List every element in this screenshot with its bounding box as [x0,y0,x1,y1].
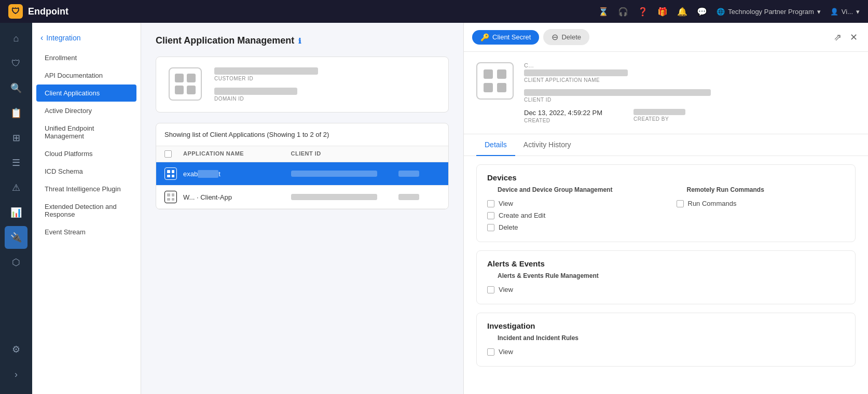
topbar: 🛡 Endpoint ⌛ 🎧 ❓ 🎁 🔔 💬 🌐 Technology Part… [0,0,868,23]
devices-section: Devices Device and Device Group Manageme… [476,164,856,242]
gift-icon[interactable]: 🎁 [657,7,668,17]
checkbox-create-edit-devices[interactable] [487,212,494,219]
client-apps-table: Showing list of Client Applications (Sho… [156,123,449,209]
col-actions [398,150,440,158]
perm-create-edit-devices: Create and Edit [487,209,656,221]
help-icon[interactable]: ❓ [638,7,648,17]
sidebar-item-chart[interactable]: 📊 [5,201,27,224]
app-logo: 🛡 [8,4,23,19]
panel-icon-cell-3 [484,83,493,92]
icon-cell-1 [175,74,184,82]
globe-icon: 🌐 [717,8,725,16]
nav-item-cloud-platforms[interactable]: Cloud Platforms [36,145,136,162]
table-row[interactable]: exabt [156,162,448,186]
panel-app-header: C... CLIENT APPLICATION NAME CLIENT ID D… [464,52,868,134]
client-secret-button[interactable]: 🔑 Client Secret [472,30,539,45]
device-mgmt-perms: Device and Device Group Management View … [477,186,666,242]
chevron-down-icon: ▾ [856,8,860,16]
delete-button[interactable]: ⊖ Delete [543,29,589,45]
sidebar-item-grid[interactable]: ⊞ [5,126,27,149]
sidebar-item-list[interactable]: ☰ [5,151,27,174]
page-title: Client Application Management ℹ [156,35,449,46]
nav-item-client-apps[interactable]: Client Applications [36,85,136,102]
info-icon[interactable]: ℹ [298,37,301,45]
device-mgmt-title: Device and Device Group Management [487,186,656,193]
sidebar-item-collapse[interactable]: › [5,363,27,386]
domain-id-blur [214,88,297,95]
checkbox-view-alerts[interactable] [487,286,494,293]
sidebar-item-settings[interactable]: ⚙ [5,338,27,361]
row-client-id [291,194,399,200]
tab-activity-history[interactable]: Activity History [515,134,580,156]
checkbox-view-investigation[interactable] [487,348,494,356]
sidebar-item-shield[interactable]: 🛡 [5,52,27,75]
sidebar-bottom: ⚙ › [5,338,27,394]
investigation-section: Investigation Incident and Incident Rule… [476,313,856,367]
nav-back[interactable]: ‹ Integration [32,29,141,49]
investigation-mgmt-title: Incident and Incident Rules [487,334,845,342]
checkbox-delete-devices[interactable] [487,224,494,231]
tab-details[interactable]: Details [476,134,515,156]
hourglass-icon[interactable]: ⌛ [598,7,609,17]
table-row[interactable]: W... · Client-App [156,186,448,209]
panel-icon-cell-4 [497,83,506,92]
nav-item-enrollment[interactable]: Enrollment [36,49,136,66]
col-client-id: CLIENT ID [291,150,399,158]
panel-tabs: Details Activity History [464,134,868,156]
nav-item-uem[interactable]: Unified Endpoint Management [36,120,136,145]
devices-title: Devices [477,165,855,186]
perm-run-commands: Run Commands [677,198,845,209]
panel-app-icon [476,62,514,100]
icon-cell-2 [187,74,196,82]
icon-cell-4 [187,86,196,94]
col-app-name: APPLICATION NAME [183,150,291,158]
col-checkbox [164,150,183,158]
customer-id-blur [214,67,318,75]
nav-item-xdr[interactable]: Extended Detection and Response [36,198,136,223]
sidebar-item-plugin[interactable]: 🔌 [5,226,27,249]
right-panel: 🔑 Client Secret ⊖ Delete ⇗ ✕ C.. [463,23,868,394]
headset-icon[interactable]: 🎧 [618,7,628,17]
app-name-blur [524,69,628,76]
checkbox-run-commands[interactable] [677,200,684,207]
panel-dates-row: Dec 13, 2022, 4:59:22 PM CREATED CREATED… [524,109,856,123]
alerts-section: Alerts & Events Alerts & Events Rule Man… [476,250,856,304]
row-client-id [291,171,399,177]
nav-item-event-stream[interactable]: Event Stream [36,223,136,241]
panel-icon-cell-1 [484,69,493,79]
sidebar: ⌂ 🛡 🔍 📋 ⊞ ☰ ⚠ 📊 🔌 ⬡ ⚙ › [0,23,32,394]
sidebar-item-search[interactable]: 🔍 [5,77,27,100]
nav-item-active-directory[interactable]: Active Directory [36,102,136,119]
remote-commands-perms: Remotely Run Commands Run Commands [666,186,856,242]
panel-name-row: C... CLIENT APPLICATION NAME [524,62,856,83]
table-header-text: Showing list of Client Applications (Sho… [156,123,448,146]
app-row-icon [164,167,177,180]
investigation-perms: Incident and Incident Rules View [477,334,855,366]
nav-item-icd-schema[interactable]: ICD Schema [36,163,136,180]
table-col-headers: APPLICATION NAME CLIENT ID [156,146,448,162]
sidebar-item-home[interactable]: ⌂ [5,27,27,50]
nav-item-threat-intel[interactable]: Threat Intelligence Plugin [36,180,136,198]
panel-close-actions: ⇗ ✕ [832,30,860,45]
user-menu[interactable]: 👤 Vi... ▾ [830,8,860,16]
panel-close-button[interactable]: ✕ [848,30,860,45]
bell-icon[interactable]: 🔔 [677,7,687,17]
alerts-title: Alerts & Events [477,251,855,272]
partner-program[interactable]: 🌐 Technology Partner Program ▾ [717,8,820,16]
panel-meta: C... CLIENT APPLICATION NAME CLIENT ID D… [524,62,856,123]
sidebar-item-reports[interactable]: 📋 [5,102,27,124]
user-icon: 👤 [830,8,838,16]
minus-circle-icon: ⊖ [552,32,558,42]
chat-icon[interactable]: 💬 [697,7,707,17]
row-app-name: W... · Client-App [183,193,291,201]
app-row-icon [164,191,177,203]
nav-item-api-docs[interactable]: API Documentation [36,67,136,84]
panel-share-button[interactable]: ⇗ [832,30,844,45]
checkbox-view-devices[interactable] [487,200,494,207]
sidebar-item-alert[interactable]: ⚠ [5,176,27,199]
customer-id-field: CUSTOMER ID [214,67,318,81]
app-name-label: C... [524,62,856,68]
created-by-blur [633,109,685,115]
sidebar-item-hex[interactable]: ⬡ [5,251,27,274]
main-content: Client Application Management ℹ CUSTOMER… [141,23,463,394]
